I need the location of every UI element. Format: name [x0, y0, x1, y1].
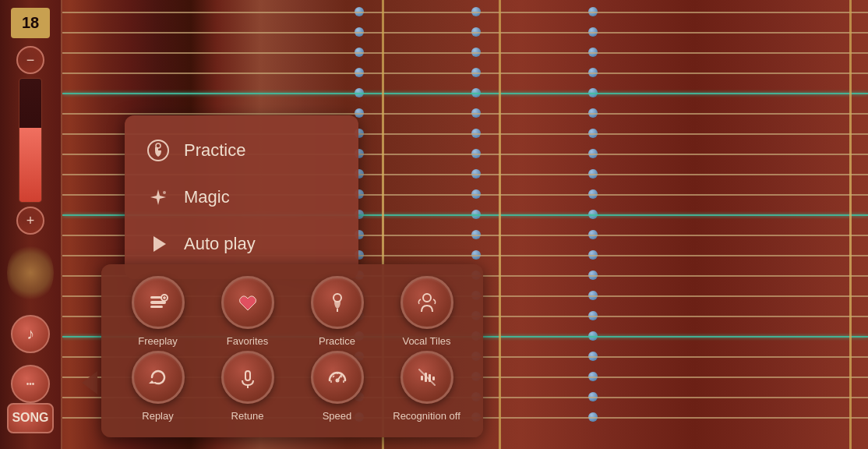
replay-label: Replay: [142, 410, 173, 422]
music-button[interactable]: ♪: [11, 315, 50, 353]
left-panel: 18 − + ♪ ••• SONG: [0, 0, 62, 449]
recognition-button[interactable]: [400, 351, 453, 404]
autoplay-label: Auto play: [184, 234, 256, 254]
string-3: [62, 72, 868, 74]
recognition-control[interactable]: Recognition off: [392, 351, 462, 422]
string-5: [62, 113, 868, 115]
song-button[interactable]: SONG: [7, 403, 54, 433]
mode-item-practice[interactable]: Practice: [140, 127, 343, 174]
string-4: [62, 93, 868, 94]
freeplay-label: Freeplay: [138, 335, 178, 347]
decorative-element: [7, 242, 54, 303]
svg-rect-22: [421, 376, 423, 380]
vocal-tiles-label: Vocal Tiles: [402, 335, 450, 347]
autoplay-icon: [144, 230, 172, 258]
speed-button[interactable]: [311, 351, 364, 404]
string-0: [62, 12, 868, 13]
panel-chevron: [82, 371, 97, 394]
volume-slider[interactable]: [19, 78, 42, 203]
favorites-label: Favorites: [227, 335, 268, 347]
freeplay-button[interactable]: [132, 276, 185, 329]
vocal-tiles-control[interactable]: Vocal Tiles: [392, 276, 462, 347]
svg-point-9: [333, 294, 341, 302]
svg-marker-12: [149, 380, 155, 384]
practice-btn-label: Practice: [319, 335, 355, 347]
controls-panel: Freeplay Favorites Practice: [101, 264, 483, 437]
vocal-tiles-button[interactable]: [400, 276, 453, 329]
favorites-button[interactable]: [221, 276, 274, 329]
retune-label: Retune: [231, 410, 264, 422]
practice-label: Practice: [184, 140, 245, 161]
practice-button[interactable]: [311, 276, 364, 329]
freeplay-control[interactable]: Freeplay: [123, 276, 193, 347]
music-icon: ♪: [26, 325, 34, 343]
svg-point-11: [423, 294, 431, 302]
speed-label: Speed: [323, 410, 352, 422]
favorites-control[interactable]: Favorites: [213, 276, 283, 347]
speed-control[interactable]: Speed: [302, 351, 372, 422]
mode-item-magic[interactable]: Magic: [140, 174, 343, 221]
recognition-label: Recognition off: [393, 410, 460, 422]
svg-rect-4: [150, 296, 161, 299]
mode-menu: Practice Magic Auto play: [125, 115, 358, 279]
retune-control[interactable]: Retune: [213, 351, 283, 422]
volume-increase-button[interactable]: +: [16, 207, 44, 235]
replay-button[interactable]: [132, 351, 185, 404]
string-2: [62, 52, 868, 54]
replay-control[interactable]: Replay: [123, 351, 193, 422]
svg-rect-25: [432, 377, 435, 380]
more-icon: •••: [26, 380, 35, 388]
practice-control[interactable]: Practice: [302, 276, 372, 347]
svg-point-2: [163, 191, 166, 194]
string-1: [62, 32, 868, 34]
magic-icon: [144, 183, 172, 211]
volume-decrease-button[interactable]: −: [16, 46, 44, 74]
magic-label: Magic: [184, 187, 230, 207]
svg-line-18: [333, 376, 334, 377]
svg-rect-5: [150, 306, 163, 308]
svg-point-16: [335, 379, 339, 383]
song-label: SONG: [12, 411, 48, 425]
bridge-line-2: [499, 0, 501, 449]
controls-row-2: Replay Retune: [117, 351, 468, 422]
volume-control: − +: [16, 46, 44, 235]
number-badge: 18: [11, 8, 50, 38]
svg-rect-13: [245, 371, 250, 380]
mode-item-autoplay[interactable]: Auto play: [140, 221, 343, 267]
more-button[interactable]: •••: [11, 365, 50, 403]
bridge-line-3: [849, 0, 852, 449]
practice-icon: [144, 136, 172, 164]
retune-button[interactable]: [221, 351, 274, 404]
volume-fill: [19, 128, 41, 202]
controls-row-1: Freeplay Favorites Practice: [117, 276, 468, 347]
